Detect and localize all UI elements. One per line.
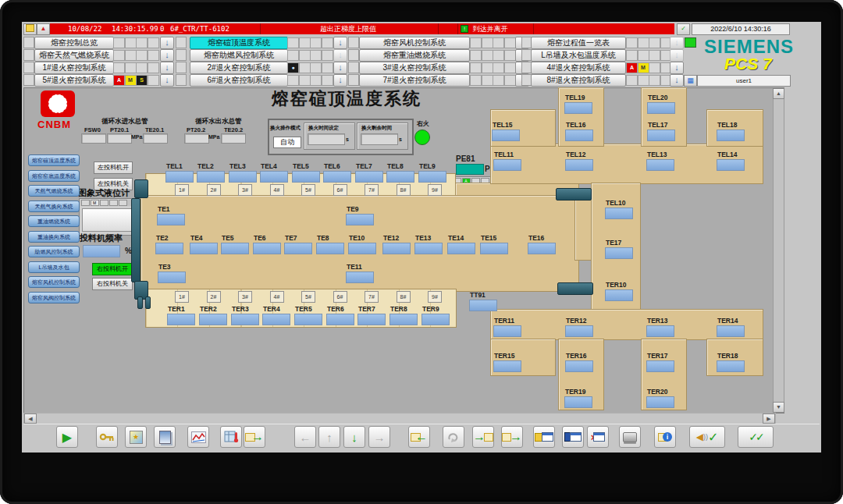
sidebar-item-5[interactable]: 重油燃烧系统 xyxy=(28,215,80,227)
sensor-value-TE6[interactable] xyxy=(253,243,281,254)
te20-1-value[interactable] xyxy=(143,133,168,144)
redo-button[interactable] xyxy=(443,426,464,448)
screen-out-button[interactable]: → xyxy=(501,426,523,448)
ack-all-button[interactable]: ✓✓ xyxy=(738,426,774,448)
sensor-value-TER2[interactable] xyxy=(199,314,227,325)
v-scroll-up-icon[interactable]: ▲ xyxy=(773,88,784,99)
sidebar-item-2[interactable]: 熔窑窑底温度系统 xyxy=(28,170,80,182)
pe81-value[interactable] xyxy=(456,164,484,175)
nav-button-r1c4[interactable]: 熔窑过程值一览表 xyxy=(531,37,626,49)
sensor-value-TER5[interactable] xyxy=(294,314,322,325)
sensor-value-TE12[interactable] xyxy=(382,243,411,254)
nav-button-r3c3[interactable]: 3#退火窑控制系统 xyxy=(359,62,470,74)
sensor-value-TE4[interactable] xyxy=(190,243,218,254)
nav-button-r1c1[interactable]: 熔窑控制总览 xyxy=(34,37,114,49)
sensor-value-TE5[interactable] xyxy=(221,243,249,254)
pt20-1-value[interactable] xyxy=(107,133,132,144)
sensor-value-TER16[interactable] xyxy=(565,360,593,372)
save-picture-button[interactable] xyxy=(562,426,584,448)
sensor-value-TT91[interactable] xyxy=(469,300,497,311)
sensor-value-TE11[interactable] xyxy=(346,272,374,283)
nav-back-button[interactable]: ← xyxy=(294,426,316,448)
feeder-frequency-value[interactable] xyxy=(83,245,120,257)
user-icon[interactable]: ▦ xyxy=(684,75,697,87)
sensor-value-TER9[interactable] xyxy=(422,314,450,325)
nav-button-r3c1[interactable]: 1#退火窑控制系统 xyxy=(34,62,114,74)
alarm-ack-button[interactable]: ✓ xyxy=(677,23,690,35)
nav-jump-arrow-icon[interactable]: ↓ xyxy=(670,74,684,87)
pt20-2-value[interactable] xyxy=(184,133,209,144)
sensor-value-TE10[interactable] xyxy=(348,243,376,254)
password-button[interactable] xyxy=(96,426,118,448)
v-scroll-down-icon[interactable]: ▼ xyxy=(773,402,784,413)
monitor-button[interactable] xyxy=(619,426,641,448)
horn-ack-button[interactable]: ◀))✓ xyxy=(689,426,725,448)
nav-button-r1c3[interactable]: 熔窑风机控制系统 xyxy=(359,37,470,49)
sensor-value-TEL20[interactable] xyxy=(647,102,675,114)
sensor-value-TE14[interactable] xyxy=(447,243,475,254)
sensor-value-TER19[interactable] xyxy=(564,396,592,408)
sensor-value-TEL10[interactable] xyxy=(605,208,633,219)
nav-button-r2c1[interactable]: 熔窑天然气燃烧系统 xyxy=(34,49,114,62)
sensor-value-TE13[interactable] xyxy=(414,243,443,254)
te20-2-value[interactable] xyxy=(221,133,246,144)
h-scrollbar[interactable] xyxy=(23,413,776,424)
sensor-value-TEL12[interactable] xyxy=(565,159,593,171)
nav-button-r3c4[interactable]: 4#退火窑控制系统 xyxy=(531,62,626,74)
restore-screen-button[interactable]: ← xyxy=(408,426,430,448)
sensor-value-TEL5[interactable] xyxy=(292,171,320,183)
sensor-value-TER17[interactable] xyxy=(646,360,674,372)
sensor-value-TER15[interactable] xyxy=(493,360,521,372)
sensor-value-TER1[interactable] xyxy=(167,314,195,325)
alarm-warning-icon[interactable]: ▲ xyxy=(37,23,50,35)
temperature-table-button[interactable] xyxy=(220,426,242,448)
sidebar-item-4[interactable]: 天然气换向系统 xyxy=(28,201,80,212)
sidebar-item-8[interactable]: L吊墙及水包 xyxy=(28,261,80,273)
v-scrollbar[interactable] xyxy=(773,88,784,413)
nav-button-r4c3[interactable]: 7#退火窑控制系统 xyxy=(359,74,470,87)
sensor-value-TER8[interactable] xyxy=(389,314,418,325)
sensor-value-TER18[interactable] xyxy=(717,360,745,372)
sensor-value-TEL8[interactable] xyxy=(386,171,414,183)
nav-jump-arrow-icon[interactable]: ↓ xyxy=(333,74,347,87)
nav-jump-arrow-icon[interactable]: ↓ xyxy=(333,37,347,49)
sensor-value-TEL15[interactable] xyxy=(492,130,520,141)
level-gauge-faceplate[interactable]: M xyxy=(79,198,137,236)
sensor-value-TEL4[interactable] xyxy=(260,171,288,183)
sensor-value-TEL17[interactable] xyxy=(647,130,675,141)
sensor-value-TER10[interactable] xyxy=(605,289,633,301)
nav-jump-arrow-icon[interactable]: ↓ xyxy=(160,37,174,49)
sensor-value-TER4[interactable] xyxy=(262,314,290,325)
fsw0-value[interactable] xyxy=(81,133,106,144)
sidebar-item-3[interactable]: 天然气燃烧系统 xyxy=(28,185,80,197)
run-button[interactable]: ▶ xyxy=(56,426,78,448)
sensor-value-TEL2[interactable] xyxy=(197,171,225,183)
sensor-value-TEL19[interactable] xyxy=(564,102,592,114)
nav-button-r2c4[interactable]: L吊墙及水包温度系统 xyxy=(531,49,626,62)
right-feeder-close-button[interactable]: 右投料机关 xyxy=(92,278,133,290)
fire-set-value[interactable] xyxy=(308,133,345,145)
trend-button[interactable] xyxy=(187,426,209,448)
sensor-value-TER12[interactable] xyxy=(565,325,593,337)
sensor-value-TE3[interactable] xyxy=(158,272,186,283)
sensor-value-TE1[interactable] xyxy=(157,214,185,225)
sensor-value-TEL9[interactable] xyxy=(418,171,446,183)
sensor-value-TE2[interactable] xyxy=(155,243,183,254)
sensor-value-TE17[interactable] xyxy=(605,247,633,259)
nav-button-r4c2[interactable]: 6#退火窑控制系统 xyxy=(190,74,288,87)
fire-mode-value[interactable]: 自动 xyxy=(273,137,301,148)
sensor-value-TEL13[interactable] xyxy=(646,159,674,171)
sidebar-item-6[interactable]: 重油换向系统 xyxy=(28,231,80,243)
nav-button-r3c2[interactable]: 2#退火窑控制系统 xyxy=(190,62,288,74)
nav-button-r2c3[interactable]: 熔窑重油燃烧系统 xyxy=(359,49,470,62)
fire-remain-value[interactable] xyxy=(361,133,398,145)
open-picture-button[interactable] xyxy=(533,426,555,448)
nav-jump-arrow-icon[interactable]: ↓ xyxy=(670,62,684,74)
nav-forward-button[interactable]: → xyxy=(368,426,390,448)
sensor-value-TE9[interactable] xyxy=(346,214,374,225)
sensor-value-TE7[interactable] xyxy=(284,243,312,254)
nav-down-button[interactable]: ↓ xyxy=(343,426,365,448)
sensor-value-TER11[interactable] xyxy=(493,325,521,337)
screen-in-button[interactable]: → xyxy=(472,426,494,448)
new-note-button[interactable]: ★ xyxy=(125,426,147,448)
